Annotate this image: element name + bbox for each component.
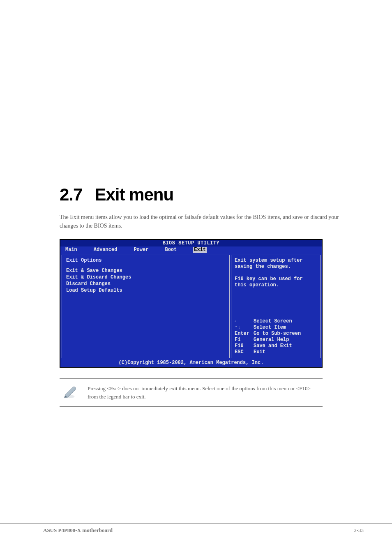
key-enter: Enter: [235, 331, 254, 337]
footer-page-number: 2-33: [354, 527, 364, 534]
key-esc: ESC: [235, 349, 254, 355]
section-heading: 2.7Exit menu: [60, 185, 351, 205]
bios-window: BIOS SETUP UTILITY Main Advanced Power B…: [60, 239, 323, 368]
footer-product: ASUS P4P800-X motherboard: [43, 527, 113, 534]
discard-changes[interactable]: Discard Changes: [66, 281, 225, 287]
bios-copyright: (C)Copyright 1985-2002, American Megatre…: [60, 359, 322, 367]
bios-right-panel: Exit system setup after saving the chang…: [231, 255, 321, 358]
help-text: Exit system setup after saving the chang…: [235, 258, 317, 288]
bios-left-panel: Exit Options Exit & Save Changes Exit & …: [62, 255, 230, 358]
exit-discard-changes[interactable]: Exit & Discard Changes: [66, 274, 225, 281]
tab-power[interactable]: Power: [134, 247, 154, 253]
key-desc-select-screen: Select Screen: [254, 318, 292, 325]
key-desc-subscreen: Go to Sub-screen: [254, 331, 301, 337]
load-setup-defaults[interactable]: Load Setup Defaults: [66, 288, 225, 294]
page-footer: ASUS P4P800-X motherboard 2-33: [0, 523, 392, 534]
pencil-icon: [62, 385, 77, 399]
bios-title: BIOS SETUP UTILITY: [60, 240, 322, 246]
key-left-arrow: ←: [235, 318, 254, 325]
intro-paragraph: The Exit menu items allow you to load th…: [60, 213, 351, 230]
key-desc-save-exit: Save and Exit: [254, 343, 292, 349]
exit-options-heading: Exit Options: [66, 258, 225, 264]
key-desc-select-item: Select Item: [254, 325, 286, 331]
tab-exit[interactable]: Exit: [193, 247, 207, 253]
key-desc-general-help: General Help: [254, 337, 289, 343]
key-up-down: ↑↓: [235, 325, 254, 331]
note-block: Pressing <Esc> does not immediately exit…: [60, 378, 323, 407]
key-f1: F1: [235, 337, 254, 343]
section-title: Exit menu: [95, 185, 173, 204]
key-desc-exit: Exit: [254, 349, 265, 355]
note-text: Pressing <Esc> does not immediately exit…: [88, 385, 320, 401]
section-number: 2.7: [60, 185, 82, 205]
tab-main[interactable]: Main: [65, 247, 83, 253]
tab-boot[interactable]: Boot: [165, 247, 182, 253]
tab-advanced[interactable]: Advanced: [94, 247, 123, 253]
key-help-block: ←Select Screen ↑↓Select Item EnterGo to …: [235, 318, 317, 355]
exit-save-changes[interactable]: Exit & Save Changes: [66, 268, 225, 274]
bios-tab-bar: Main Advanced Power Boot Exit: [60, 246, 322, 253]
key-f10: F10: [235, 343, 254, 349]
